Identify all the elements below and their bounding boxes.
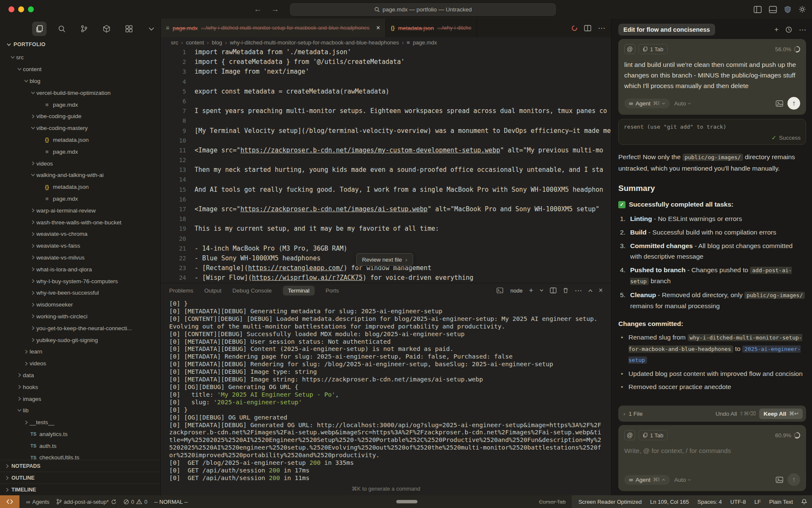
tree-item[interactable]: TSanalytics.ts (0, 428, 160, 440)
expand-files-chevron-icon[interactable]: › (623, 411, 625, 417)
code-line[interactable]: 24- [Wispr Flow](https://wisprflow.ai/r?… (161, 273, 611, 283)
source-control-icon[interactable] (77, 22, 91, 36)
code-line[interactable]: 20 (161, 234, 611, 244)
code-line[interactable]: 11<Image src="https://zackproser.b-cdn.n… (161, 146, 611, 155)
agents-status-item[interactable]: ∞Agents (26, 499, 49, 505)
new-chat-icon[interactable]: + (774, 25, 779, 34)
undo-all-button[interactable]: Undo All ⇧⌘⌫ (716, 411, 756, 417)
toggle-panel-icon[interactable] (769, 6, 777, 13)
model-selector[interactable]: Auto (674, 100, 691, 107)
tree-item[interactable]: warp-ai-terminal-review (0, 204, 160, 216)
code-line[interactable]: 14 (161, 175, 611, 185)
tree-item[interactable]: {}metadata.json (0, 181, 160, 193)
code-line[interactable]: 2import { createMetadata } from '@/utils… (161, 57, 611, 67)
copilot-shield-icon[interactable] (784, 6, 791, 13)
code-line[interactable]: 7I spent years preaching multi-monitor s… (161, 106, 611, 116)
sidebar-section-timeline[interactable]: TIMELINE (0, 483, 160, 495)
tree-item[interactable]: working-with-circleci (0, 311, 160, 323)
breadcrumb-item[interactable]: src (171, 39, 178, 46)
tree-item[interactable]: what-is-lora-and-qlora (0, 263, 160, 275)
history-clock-icon[interactable] (785, 26, 792, 33)
explorer-section-header[interactable]: PORTFOLIO (0, 39, 160, 50)
problems-status-item[interactable]: 0 0 (123, 499, 147, 505)
tree-item[interactable]: you-get-to-keep-the-neural-connecti... (0, 322, 160, 334)
panel-more-icon[interactable]: ⋯ (575, 286, 582, 295)
settings-gear-icon[interactable] (798, 6, 806, 13)
tab-context-chip[interactable]: 1 Tab (639, 430, 668, 440)
tree-item[interactable]: data (0, 370, 160, 381)
encoding-status[interactable]: UTF-8 (730, 499, 746, 505)
tree-item[interactable]: hooks (0, 381, 160, 393)
zoom-window-button[interactable] (28, 6, 34, 12)
code-line[interactable]: 21- 14-inch MacBook Pro (M3 Pro, 36GB RA… (161, 244, 611, 254)
code-line[interactable]: 1import rawMetadata from './metadata.jso… (161, 47, 611, 57)
tree-item[interactable]: weaviate-vs-milvus (0, 252, 160, 264)
attach-image-icon[interactable] (776, 100, 783, 107)
tree-item[interactable]: blog (0, 75, 160, 87)
add-context-button[interactable]: @ (624, 44, 635, 54)
review-next-file-button[interactable]: Review next file › (356, 253, 413, 266)
tree-item[interactable]: wisdomseeker (0, 299, 160, 311)
code-line[interactable]: 8 (161, 116, 611, 126)
tree-item[interactable]: __tests__ (0, 417, 160, 428)
model-selector[interactable]: Auto (674, 477, 691, 483)
code-line[interactable]: 19This is my current setup, and it may b… (161, 224, 611, 234)
tree-item[interactable]: content (0, 64, 160, 75)
tree-item[interactable]: ≡page.mdx (0, 193, 160, 205)
panel-tab-debug-console[interactable]: Debug Console (233, 287, 272, 294)
minimize-window-button[interactable] (18, 6, 24, 12)
tree-item[interactable]: videos (0, 358, 160, 370)
tree-item[interactable]: weaviate-vs-faiss (0, 240, 160, 252)
split-editor-icon[interactable] (584, 25, 591, 31)
forward-arrow-icon[interactable]: → (271, 5, 279, 14)
layout-grid-icon[interactable] (122, 22, 136, 36)
tree-item[interactable]: vercel-build-time-optimization (0, 87, 160, 99)
cursor-tab-status[interactable]: Cursor Tab (539, 499, 565, 505)
notifications-bell-icon[interactable] (801, 499, 807, 505)
code-line[interactable]: 13Then my neck started hurting, young ki… (161, 165, 611, 175)
tree-item[interactable]: vibe-coding-mastery (0, 122, 160, 134)
agent-mode-selector[interactable]: ∞ Agent ⌘I (624, 475, 670, 485)
tree-item[interactable]: why-ive-been-successful (0, 287, 160, 299)
recording-indicator-icon[interactable] (571, 24, 578, 32)
code-line[interactable]: 15And AI tools got really fucking good. … (161, 185, 611, 195)
search-view-icon[interactable] (55, 22, 69, 36)
tree-item[interactable]: wash-three-walls-with-one-bucket (0, 216, 160, 228)
tree-item[interactable]: lib (0, 405, 160, 417)
breadcrumb-item[interactable]: content (186, 39, 204, 46)
send-button[interactable]: ↑ (787, 473, 800, 486)
remote-indicator[interactable] (0, 495, 19, 508)
chat-input-card-top[interactable]: @ 1 Tab 56.0% lint and build until we're… (618, 39, 806, 115)
user-prompt-text[interactable]: lint and build until we're clean then co… (624, 59, 800, 91)
chat-more-icon[interactable]: ⋯ (799, 25, 806, 34)
code-line[interactable]: 5export const metadata = createMetadata(… (161, 87, 611, 97)
tree-item[interactable]: ≡page.mdx (0, 99, 160, 110)
git-branch-item[interactable]: add-post-ai-setup* (56, 499, 117, 505)
tree-item[interactable]: ≡page.mdx (0, 146, 160, 157)
add-context-button[interactable]: @ (624, 430, 635, 440)
breadcrumb-item[interactable]: why-i-ditched-multi-monitor-setup-for-ma… (230, 39, 399, 46)
chat-title-tab[interactable]: Edit for flow and conciseness (618, 24, 715, 36)
eol-status[interactable]: LF (754, 499, 761, 505)
code-line[interactable]: 3import Image from 'next/image' (161, 67, 611, 77)
sidebar-section-outline[interactable]: OUTLINE (0, 472, 160, 483)
more-actions-icon[interactable]: ⋯ (598, 24, 605, 33)
breadcrumb-item[interactable]: page.mdx (413, 39, 437, 46)
agent-mode-selector[interactable]: ∞ Agent ⌘I (624, 99, 670, 108)
tree-item[interactable]: TSauth.ts (0, 440, 160, 452)
split-terminal-icon[interactable] (550, 287, 557, 293)
sidebar-section-notepads[interactable]: NOTEPADS (0, 460, 160, 472)
close-window-button[interactable] (8, 6, 14, 12)
tree-item[interactable]: src (0, 52, 160, 64)
tab-context-chip[interactable]: 1 Tab (639, 44, 668, 54)
close-panel-icon[interactable]: × (599, 287, 603, 294)
breadcrumb[interactable]: src›content›blog›why-i-ditched-multi-mon… (161, 37, 611, 47)
panel-tab-ports[interactable]: Ports (326, 287, 339, 294)
code-line[interactable]: 17<Image src="https://zackproser.b-cdn.n… (161, 204, 611, 214)
tree-item[interactable]: learn (0, 346, 160, 358)
tree-item[interactable]: videos (0, 157, 160, 169)
tab-metadata-json[interactable]: {} metadata.json .../why-i-ditche (386, 19, 477, 37)
language-mode-status[interactable]: Plain Text (769, 499, 793, 505)
code-line[interactable]: 10 (161, 136, 611, 146)
tree-item[interactable]: walking-and-talking-with-ai (0, 169, 160, 181)
